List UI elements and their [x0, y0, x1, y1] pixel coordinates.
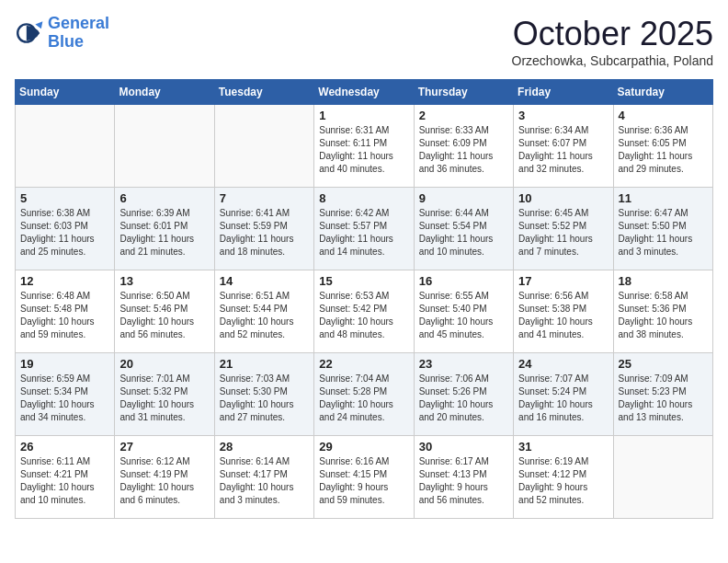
day-info: Sunrise: 7:04 AM Sunset: 5:28 PM Dayligh…: [319, 373, 408, 424]
day-number: 29: [319, 440, 408, 454]
day-number: 3: [518, 109, 608, 122]
day-number: 13: [119, 274, 209, 288]
month-title: October 2025: [512, 15, 713, 53]
calendar-cell: 18Sunrise: 6:58 AM Sunset: 5:36 PM Dayli…: [613, 270, 712, 353]
day-info: Sunrise: 6:39 AM Sunset: 6:01 PM Dayligh…: [119, 207, 209, 259]
day-info: Sunrise: 6:14 AM Sunset: 4:17 PM Dayligh…: [220, 455, 309, 507]
calendar-cell: 8Sunrise: 6:42 AM Sunset: 5:57 PM Daylig…: [314, 188, 414, 270]
calendar-cell: 27Sunrise: 6:12 AM Sunset: 4:19 PM Dayli…: [115, 436, 214, 519]
calendar-cell: 21Sunrise: 7:03 AM Sunset: 5:30 PM Dayli…: [214, 353, 313, 436]
day-number: 20: [119, 357, 209, 371]
day-number: 30: [419, 440, 508, 454]
calendar-cell: 7Sunrise: 6:41 AM Sunset: 5:59 PM Daylig…: [214, 188, 313, 270]
day-number: 16: [419, 274, 508, 288]
day-info: Sunrise: 6:47 AM Sunset: 5:50 PM Dayligh…: [619, 207, 708, 259]
day-number: 22: [319, 357, 408, 371]
calendar-cell: 1Sunrise: 6:31 AM Sunset: 6:11 PM Daylig…: [314, 105, 414, 188]
calendar-cell: 10Sunrise: 6:45 AM Sunset: 5:52 PM Dayli…: [514, 188, 613, 270]
day-info: Sunrise: 6:34 AM Sunset: 6:07 PM Dayligh…: [518, 124, 608, 176]
calendar-cell: 24Sunrise: 7:07 AM Sunset: 5:24 PM Dayli…: [514, 353, 613, 436]
day-info: Sunrise: 7:03 AM Sunset: 5:30 PM Dayligh…: [220, 373, 309, 424]
calendar-week-1: 1Sunrise: 6:31 AM Sunset: 6:11 PM Daylig…: [16, 105, 713, 188]
day-info: Sunrise: 6:12 AM Sunset: 4:19 PM Dayligh…: [119, 455, 209, 507]
calendar-cell: 17Sunrise: 6:56 AM Sunset: 5:38 PM Dayli…: [514, 270, 613, 353]
weekday-sunday: Sunday: [16, 80, 115, 105]
day-info: Sunrise: 6:19 AM Sunset: 4:12 PM Dayligh…: [518, 455, 608, 507]
calendar-cell: [214, 105, 313, 188]
logo: General Blue: [15, 15, 109, 52]
day-number: 27: [119, 440, 209, 454]
calendar-cell: 20Sunrise: 7:01 AM Sunset: 5:32 PM Dayli…: [115, 353, 214, 436]
weekday-friday: Friday: [514, 80, 613, 105]
calendar-cell: [115, 105, 214, 188]
calendar-cell: 11Sunrise: 6:47 AM Sunset: 5:50 PM Dayli…: [613, 188, 712, 270]
calendar-cell: 31Sunrise: 6:19 AM Sunset: 4:12 PM Dayli…: [514, 436, 613, 519]
day-number: 23: [419, 357, 508, 371]
calendar-cell: 3Sunrise: 6:34 AM Sunset: 6:07 PM Daylig…: [514, 105, 613, 188]
day-info: Sunrise: 6:58 AM Sunset: 5:36 PM Dayligh…: [619, 290, 708, 341]
day-number: 15: [319, 274, 408, 288]
calendar-week-4: 19Sunrise: 6:59 AM Sunset: 5:34 PM Dayli…: [16, 353, 713, 436]
calendar-cell: 26Sunrise: 6:11 AM Sunset: 4:21 PM Dayli…: [16, 436, 115, 519]
day-number: 11: [619, 191, 708, 205]
calendar-cell: 19Sunrise: 6:59 AM Sunset: 5:34 PM Dayli…: [16, 353, 115, 436]
day-info: Sunrise: 6:11 AM Sunset: 4:21 PM Dayligh…: [20, 455, 109, 507]
weekday-saturday: Saturday: [613, 80, 712, 105]
day-number: 2: [419, 109, 508, 122]
calendar-cell: 22Sunrise: 7:04 AM Sunset: 5:28 PM Dayli…: [314, 353, 414, 436]
page-header: General Blue October 2025 Orzechowka, Su…: [15, 15, 713, 68]
day-info: Sunrise: 6:56 AM Sunset: 5:38 PM Dayligh…: [518, 290, 608, 341]
day-number: 19: [20, 357, 109, 371]
location-subtitle: Orzechowka, Subcarpathia, Poland: [512, 53, 713, 68]
calendar-cell: 28Sunrise: 6:14 AM Sunset: 4:17 PM Dayli…: [214, 436, 313, 519]
calendar-cell: 25Sunrise: 7:09 AM Sunset: 5:23 PM Dayli…: [613, 353, 712, 436]
day-info: Sunrise: 7:06 AM Sunset: 5:26 PM Dayligh…: [419, 373, 508, 424]
day-info: Sunrise: 6:51 AM Sunset: 5:44 PM Dayligh…: [220, 290, 309, 341]
logo-text: General Blue: [48, 15, 109, 52]
calendar-cell: 15Sunrise: 6:53 AM Sunset: 5:42 PM Dayli…: [314, 270, 414, 353]
calendar-week-5: 26Sunrise: 6:11 AM Sunset: 4:21 PM Dayli…: [16, 436, 713, 519]
calendar-table: SundayMondayTuesdayWednesdayThursdayFrid…: [15, 79, 713, 519]
day-number: 6: [119, 191, 209, 205]
day-info: Sunrise: 6:42 AM Sunset: 5:57 PM Dayligh…: [319, 207, 408, 259]
day-info: Sunrise: 7:09 AM Sunset: 5:23 PM Dayligh…: [619, 373, 708, 424]
calendar-cell: 14Sunrise: 6:51 AM Sunset: 5:44 PM Dayli…: [214, 270, 313, 353]
weekday-header-row: SundayMondayTuesdayWednesdayThursdayFrid…: [16, 80, 713, 105]
day-number: 26: [20, 440, 109, 454]
day-info: Sunrise: 6:48 AM Sunset: 5:48 PM Dayligh…: [20, 290, 109, 341]
calendar-cell: 9Sunrise: 6:44 AM Sunset: 5:54 PM Daylig…: [414, 188, 513, 270]
calendar-cell: 29Sunrise: 6:16 AM Sunset: 4:15 PM Dayli…: [314, 436, 414, 519]
day-info: Sunrise: 7:01 AM Sunset: 5:32 PM Dayligh…: [119, 373, 209, 424]
day-info: Sunrise: 7:07 AM Sunset: 5:24 PM Dayligh…: [518, 373, 608, 424]
day-number: 14: [220, 274, 309, 288]
day-number: 5: [20, 191, 109, 205]
day-info: Sunrise: 6:41 AM Sunset: 5:59 PM Dayligh…: [220, 207, 309, 259]
day-number: 17: [518, 274, 608, 288]
calendar-week-3: 12Sunrise: 6:48 AM Sunset: 5:48 PM Dayli…: [16, 270, 713, 353]
calendar-week-2: 5Sunrise: 6:38 AM Sunset: 6:03 PM Daylig…: [16, 188, 713, 270]
calendar-cell: 6Sunrise: 6:39 AM Sunset: 6:01 PM Daylig…: [115, 188, 214, 270]
day-number: 21: [220, 357, 309, 371]
day-number: 25: [619, 357, 708, 371]
day-info: Sunrise: 6:17 AM Sunset: 4:13 PM Dayligh…: [419, 455, 508, 507]
calendar-cell: 2Sunrise: 6:33 AM Sunset: 6:09 PM Daylig…: [414, 105, 513, 188]
day-info: Sunrise: 6:50 AM Sunset: 5:46 PM Dayligh…: [119, 290, 209, 341]
calendar-cell: 5Sunrise: 6:38 AM Sunset: 6:03 PM Daylig…: [16, 188, 115, 270]
day-number: 31: [518, 440, 608, 454]
day-info: Sunrise: 6:45 AM Sunset: 5:52 PM Dayligh…: [518, 207, 608, 259]
day-info: Sunrise: 6:55 AM Sunset: 5:40 PM Dayligh…: [419, 290, 508, 341]
day-info: Sunrise: 6:31 AM Sunset: 6:11 PM Dayligh…: [319, 124, 408, 176]
weekday-monday: Monday: [115, 80, 214, 105]
calendar-cell: [16, 105, 115, 188]
weekday-thursday: Thursday: [414, 80, 513, 105]
calendar-cell: 30Sunrise: 6:17 AM Sunset: 4:13 PM Dayli…: [414, 436, 513, 519]
day-info: Sunrise: 6:33 AM Sunset: 6:09 PM Dayligh…: [419, 124, 508, 176]
day-number: 8: [319, 191, 408, 205]
day-info: Sunrise: 6:44 AM Sunset: 5:54 PM Dayligh…: [419, 207, 508, 259]
day-number: 12: [20, 274, 109, 288]
day-number: 10: [518, 191, 608, 205]
calendar-cell: [613, 436, 712, 519]
day-info: Sunrise: 6:38 AM Sunset: 6:03 PM Dayligh…: [20, 207, 109, 259]
calendar-cell: 13Sunrise: 6:50 AM Sunset: 5:46 PM Dayli…: [115, 270, 214, 353]
day-info: Sunrise: 6:36 AM Sunset: 6:05 PM Dayligh…: [619, 124, 708, 176]
